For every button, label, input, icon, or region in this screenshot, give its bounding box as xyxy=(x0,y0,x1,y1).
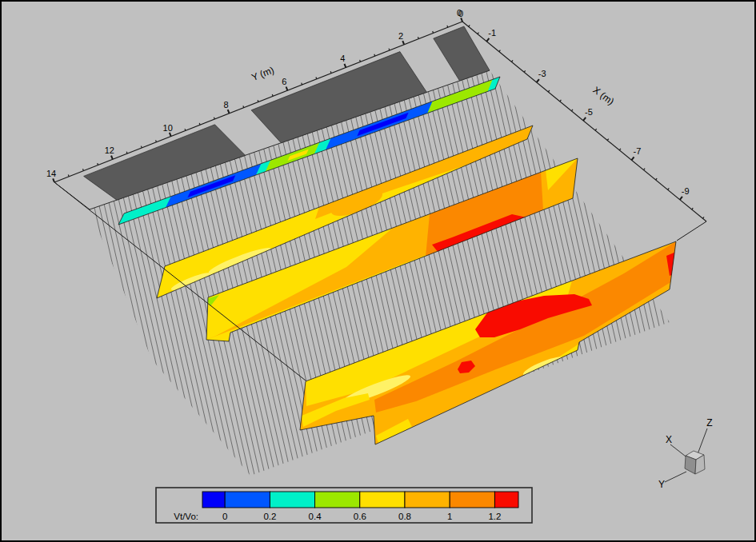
colorbar-legend: 00.20.40.60.811.2Vt/Vo: xyxy=(156,488,532,523)
y-axis-tick xyxy=(258,100,258,102)
legend-band xyxy=(494,492,518,508)
legend-tick-label: 1 xyxy=(447,512,452,521)
origin-tick-label: 0 xyxy=(458,9,463,18)
legend-tick-label: 0.6 xyxy=(354,512,366,521)
y-axis-tick xyxy=(374,54,375,56)
cube-x-label: X xyxy=(666,434,672,445)
y-tick-label: 10 xyxy=(163,123,173,133)
legend-band xyxy=(225,492,270,508)
x-tick-label: -5 xyxy=(585,107,593,117)
y-tick-label: 14 xyxy=(46,169,56,178)
legend-band xyxy=(450,492,494,508)
legend-band xyxy=(202,492,225,508)
x-tick-label: -9 xyxy=(682,186,690,196)
y-axis-tick xyxy=(98,163,98,165)
legend-band xyxy=(405,492,450,508)
contour-plot-window: 02468101214Y (m)-1-3-5-7-90X (m)XZY00.20… xyxy=(0,0,756,542)
y-tick-label: 2 xyxy=(398,31,403,41)
cube-y-label: Y xyxy=(658,479,665,490)
y-axis-tick xyxy=(126,152,127,153)
y-axis-tick xyxy=(389,49,390,50)
y-axis-tick xyxy=(330,71,331,73)
legend-tick-label: 0 xyxy=(222,512,227,521)
y-axis-tick xyxy=(302,83,302,85)
y-axis-tick xyxy=(447,26,448,27)
y-axis-tick xyxy=(83,169,84,170)
legend-band xyxy=(270,492,314,508)
y-axis-tick xyxy=(360,60,361,62)
legend-variable-label: Vt/Vo: xyxy=(174,512,198,521)
y-tick-label: 8 xyxy=(224,100,229,110)
x-tick-label: -1 xyxy=(488,28,496,38)
y-tick-label: 4 xyxy=(340,54,345,63)
plot3d-canvas: 02468101214Y (m)-1-3-5-7-90X (m)XZY00.20… xyxy=(0,0,756,542)
cube-z-label: Z xyxy=(706,417,712,428)
legend-band xyxy=(360,492,405,508)
y-axis-tick xyxy=(156,140,157,141)
x-tick-label: -3 xyxy=(538,69,546,78)
y-axis-tick xyxy=(141,146,142,148)
legend-tick-label: 1.2 xyxy=(488,512,501,521)
y-axis-tick xyxy=(433,31,434,33)
legend-tick-label: 0.4 xyxy=(309,512,322,521)
y-axis-tick xyxy=(185,129,186,130)
y-axis-tick xyxy=(243,106,244,107)
y-axis-tick xyxy=(272,94,273,96)
x-tick-label: -7 xyxy=(633,146,641,156)
y-axis-tick xyxy=(199,123,200,125)
legend-tick-label: 0.2 xyxy=(263,512,276,521)
legend-band xyxy=(315,492,360,508)
y-axis-tick xyxy=(68,175,69,177)
y-tick-label: 6 xyxy=(282,77,286,86)
y-tick-label: 12 xyxy=(105,145,114,155)
legend-tick-label: 0.8 xyxy=(398,512,411,521)
